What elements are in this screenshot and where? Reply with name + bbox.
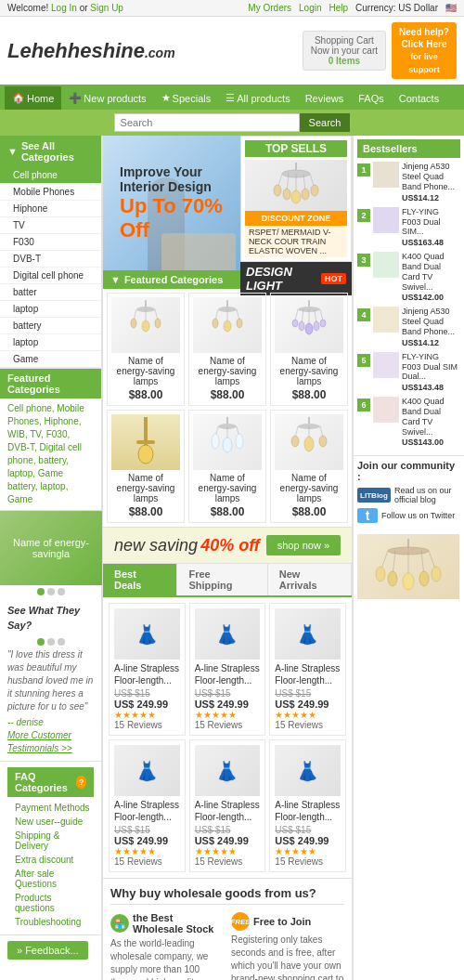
nav-reviews[interactable]: Reviews	[298, 87, 352, 110]
sidebar-item-digital[interactable]: Digital cell phone	[0, 268, 101, 284]
bestseller-5[interactable]: 5 FLY-YING F003 Dual SIM Dual... US$143.…	[357, 352, 460, 392]
featured-item-4[interactable]: Name of energy-saving lamps $88.00	[107, 410, 185, 523]
featured-item-3[interactable]: Name of energy-saving lamps $88.00	[270, 293, 348, 406]
product-price-4: US$ 249.99	[114, 835, 180, 846]
sidebar-item-laptop1[interactable]: laptop	[0, 301, 101, 318]
featured-item-6[interactable]: Name of energy-saving lamps $88.00	[270, 410, 348, 523]
bs-name-1: Jinjeng A530 Steel Quad Band Phone...	[402, 162, 460, 191]
feedback-button[interactable]: » Feedback...	[7, 941, 88, 960]
sidebar-item-mobile-phones[interactable]: Mobile Phones	[0, 184, 101, 201]
product-5[interactable]: 👗 A-line Strapless Floor-length... US$ $…	[189, 739, 266, 872]
right-sidebar-product-image	[357, 534, 459, 599]
faq-troubleshoot[interactable]: Troubleshooting	[7, 915, 94, 929]
svg-point-8	[283, 189, 290, 200]
tab-best-deals[interactable]: Best Deals	[103, 564, 177, 595]
product-1[interactable]: 👗 A-line Strapless Floor-length... US$ $…	[109, 603, 186, 736]
need-help-button[interactable]: Need help? Click Herefor live support	[392, 22, 457, 79]
faq-payment[interactable]: Payment Methods	[7, 801, 94, 815]
product-img-1: 👗	[114, 608, 180, 660]
categories-header: ▼ See All Categories	[0, 136, 101, 167]
sidebar-item-laptop2[interactable]: laptop	[0, 334, 101, 351]
sidebar-item-batter[interactable]: batter	[0, 284, 101, 301]
svg-point-18	[142, 320, 149, 332]
sidebar-item-cell-phone[interactable]: Cell phone	[0, 167, 101, 184]
sidebar-item-battery[interactable]: battery	[0, 318, 101, 334]
community-blog[interactable]: LITBlog Read us on our official blog	[357, 486, 460, 504]
new-saving-banner: new saving 40% off shop now »	[103, 527, 352, 564]
community-twitter[interactable]: t Follow us on Twitter	[357, 508, 460, 523]
faq-discount[interactable]: Extra discount	[7, 853, 94, 867]
my-orders-link[interactable]: My Orders	[248, 3, 291, 13]
more-testimonials-link[interactable]: More Customer Testimonials >>	[7, 730, 72, 753]
sidebar-item-dvbt[interactable]: DVB-T	[0, 251, 101, 268]
login-top-link[interactable]: Login	[299, 3, 321, 13]
product-6[interactable]: 👗 A-line Strapless Floor-length... US$ $…	[269, 739, 346, 872]
search-button[interactable]: Search	[300, 113, 351, 132]
help-link[interactable]: Help	[329, 3, 349, 13]
tab-free-shipping[interactable]: Free Shipping	[177, 564, 267, 595]
topbar-right: My Orders Login Help Currency: US Dollar…	[248, 3, 457, 13]
bestseller-4[interactable]: 4 Jinjeng A530 Steel Quad Band Phone... …	[357, 307, 460, 346]
product-price-1: US$ 249.99	[114, 699, 180, 710]
shop-now-button[interactable]: shop now »	[266, 535, 341, 555]
hot-badge: HOT	[321, 273, 346, 284]
product-3[interactable]: 👗 A-line Strapless Floor-length... US$ $…	[269, 603, 346, 736]
signup-link[interactable]: Sign Up	[90, 3, 123, 13]
sidebar-item-hiphone[interactable]: Hiphone	[0, 201, 101, 217]
dot-1[interactable]	[37, 588, 45, 595]
nav-contacts[interactable]: Contacts	[392, 87, 446, 110]
sidebar-item-game[interactable]: Game	[0, 351, 101, 368]
twitter-icon: t	[357, 508, 378, 523]
svg-point-17	[131, 319, 136, 328]
sidebar-featured-text[interactable]: Cell phone, Mobile Phones, Hiphone, WIB,…	[0, 399, 101, 510]
bestseller-1[interactable]: 1 Jinjeng A530 Steel Quad Band Phone... …	[357, 162, 460, 202]
sidebar-product-image[interactable]: Name of energy-savingla	[0, 511, 102, 585]
bs-num-3: 3	[357, 254, 370, 267]
dot-2[interactable]	[47, 588, 55, 595]
svg-point-27	[237, 319, 242, 328]
tab-new-arrivals[interactable]: New Arrivals	[268, 564, 352, 595]
featured-price-1: $88.00	[111, 388, 180, 401]
top-bar: Welcome! Log In or Sign Up My Orders Log…	[0, 0, 464, 17]
why-buy-title: Why buy wholesale goods from us?	[110, 886, 344, 905]
dot-3[interactable]	[58, 588, 65, 595]
sidebar-item-f030[interactable]: F030	[0, 234, 101, 251]
svg-point-25	[213, 319, 218, 328]
product-2[interactable]: 👗 A-line Strapless Floor-length... US$ $…	[189, 603, 266, 736]
svg-point-70	[432, 567, 441, 581]
bs-img-5	[373, 352, 399, 378]
faq-aftersale[interactable]: After sale Questions	[7, 867, 94, 891]
bestseller-2[interactable]: 2 FLY-YING F003 Dual SIM... US$163.48	[357, 207, 460, 247]
nav-new-products[interactable]: ➕ New products	[61, 86, 153, 110]
nav-specials[interactable]: ★ Specials	[154, 86, 219, 110]
nav-home[interactable]: 🏠 Home	[5, 86, 61, 110]
nav-all-products[interactable]: ☰ All products	[218, 86, 297, 110]
product-4[interactable]: 👗 A-line Strapless Floor-length... US$ $…	[109, 739, 186, 872]
login-link[interactable]: Log In	[51, 3, 77, 13]
testimonial-dot-3[interactable]	[58, 638, 65, 646]
product-img-6: 👗	[275, 745, 341, 796]
testimonial-dot-1[interactable]	[37, 638, 45, 646]
bestseller-6[interactable]: 6 K400 Quad Band Dual Card TV Swivel... …	[357, 397, 460, 447]
featured-item-1[interactable]: Name of energy-saving lamps $88.00	[107, 293, 185, 406]
shopping-cart[interactable]: Shopping Cart Now in your cart 0 Items	[303, 31, 386, 71]
product-orig-price-1: US$ $15	[114, 688, 180, 699]
faq-shipping[interactable]: Shipping & Delivery	[7, 829, 94, 853]
featured-grid: Name of energy-saving lamps $88.00 Name …	[103, 289, 352, 527]
featured-item-5[interactable]: Name of energy-saving lamps $88.00	[188, 410, 266, 523]
product-price-3: US$ 249.99	[275, 699, 341, 710]
faq-products[interactable]: Products questions	[7, 891, 94, 915]
flag-icon: 🇺🇸	[445, 3, 457, 13]
search-input[interactable]	[114, 113, 300, 132]
bestseller-3[interactable]: 3 K400 Quad Band Dual Card TV Swivel... …	[357, 252, 460, 302]
svg-point-56	[291, 436, 299, 447]
see-what-they-say: See What They Say?	[7, 604, 94, 633]
testimonial-dot-2[interactable]	[47, 638, 55, 646]
new-saving-percent: 40% off	[200, 536, 260, 555]
sidebar-item-tv[interactable]: TV	[0, 217, 101, 234]
featured-item-2[interactable]: Name of energy-saving lamps $88.00	[188, 293, 266, 406]
logo[interactable]: Lehehheshine.com	[7, 39, 175, 63]
faq-newuser[interactable]: New user--guide	[7, 815, 94, 829]
nav-faqs[interactable]: FAQs	[351, 87, 392, 110]
bs-img-3	[373, 252, 399, 278]
